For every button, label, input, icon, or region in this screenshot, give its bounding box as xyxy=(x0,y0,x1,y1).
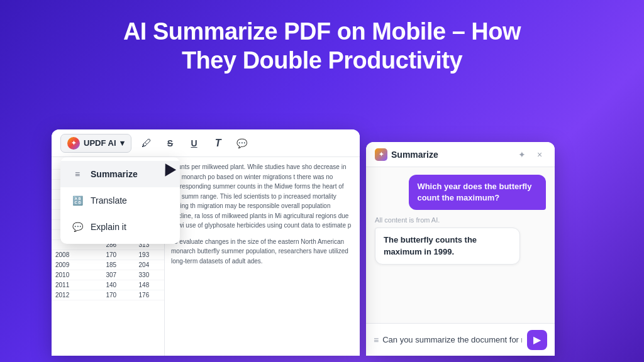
hero-title-line2: They Double Productivity xyxy=(182,47,462,74)
dropdown-item-translate[interactable]: 🔠 Translate xyxy=(60,187,180,214)
send-arrow-icon: ▶ xyxy=(533,334,541,346)
chat-title: ✦ Summarize xyxy=(375,148,438,161)
chat-header: ✦ Summarize ✦ × xyxy=(366,142,555,167)
summarize-label: Summarize xyxy=(91,169,138,179)
underline-icon[interactable]: U xyxy=(186,134,203,152)
translate-label: Translate xyxy=(91,195,127,206)
summarize-icon: ≡ xyxy=(70,167,84,181)
chat-header-actions: ✦ × xyxy=(516,148,546,161)
pdf-text-content: counts per milkweed plant. While studies… xyxy=(165,157,360,356)
comment-icon[interactable]: 💬 xyxy=(233,134,251,152)
table-row: 2012 170 176 xyxy=(52,290,164,300)
ai-response-bubble: The butterfly counts the maximum in 1999… xyxy=(375,228,520,264)
chat-input-row: ≡ xyxy=(374,335,522,345)
pdf-editor-panel: ✦ UPDF AI ▾ 🖊 S U T 💬 ≡ Summarize 🔠 Tran… xyxy=(52,129,360,356)
pdf-toolbar: ✦ UPDF AI ▾ 🖊 S U T 💬 xyxy=(52,129,360,157)
hero-title-line1: AI Summarize PDF on Mobile – How xyxy=(123,18,521,45)
chat-input-field[interactable] xyxy=(382,335,522,344)
summarize-sparkle-icon: ✦ xyxy=(375,148,387,161)
chat-messages-area: Which year does the butterfly count the … xyxy=(366,167,555,323)
input-summarize-icon: ≡ xyxy=(374,335,379,345)
close-button[interactable]: × xyxy=(533,148,546,161)
chat-input-area[interactable]: ≡ ▶ xyxy=(366,323,555,356)
table-row: 2011 140 148 xyxy=(52,280,164,290)
explain-icon: 💬 xyxy=(70,220,84,234)
table-row: 2009 185 204 xyxy=(52,260,164,270)
dropdown-item-explain[interactable]: 💬 Explain it xyxy=(60,214,180,240)
updf-logo-icon: ✦ xyxy=(67,137,80,150)
pin-button[interactable]: ✦ xyxy=(516,148,528,161)
chat-panel: ✦ Summarize ✦ × Which year does the butt… xyxy=(366,142,555,356)
text-format-icon[interactable]: 🖊 xyxy=(138,134,155,152)
table-row: 2010 307 330 xyxy=(52,270,164,280)
chat-title-label: Summarize xyxy=(391,150,438,160)
pdf-right-text-top: counts per milkweed plant. While studies… xyxy=(171,162,353,231)
updf-label: UPDF AI xyxy=(84,138,116,148)
table-row: 2008 170 193 xyxy=(52,250,164,260)
user-message-bubble: Which year does the butterfly count the … xyxy=(409,175,546,210)
translate-icon: 🔠 xyxy=(70,194,84,207)
explain-label: Explain it xyxy=(91,222,126,232)
pdf-bottom-text: To evaluate changes in the size of the e… xyxy=(171,237,353,266)
ai-source-label: All content is from AI. xyxy=(375,216,546,224)
send-button[interactable]: ▶ xyxy=(527,330,547,350)
hero-title: AI Summarize PDF on Mobile – How They Do… xyxy=(0,0,644,87)
text-style-icon[interactable]: T xyxy=(209,134,227,152)
strikethrough-icon[interactable]: S xyxy=(162,134,179,152)
ui-mockup: ✦ UPDF AI ▾ 🖊 S U T 💬 ≡ Summarize 🔠 Tran… xyxy=(52,129,592,362)
updf-ai-button[interactable]: ✦ UPDF AI ▾ xyxy=(60,134,131,153)
updf-chevron: ▾ xyxy=(120,138,125,148)
